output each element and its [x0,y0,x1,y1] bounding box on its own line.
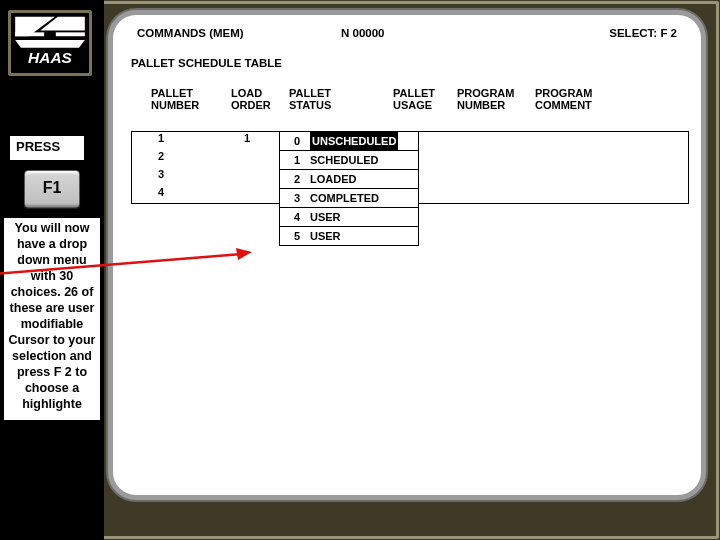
svg-marker-5 [15,40,85,48]
dropdown-item-index: 3 [294,189,300,207]
cell-pallet: 4 [158,186,164,198]
sidebar: HAAS PRESS F1 You will now have a drop d… [0,0,104,540]
slide-canvas: HAAS PRESS F1 You will now have a drop d… [0,0,720,540]
svg-rect-4 [56,32,85,36]
press-label: PRESS [10,136,84,160]
dropdown-item-index: 1 [294,151,300,169]
cell-pallet: 3 [158,168,164,180]
cnc-screen-panel: COMMANDS (MEM) N 00000 SELECT: F 2 PALLE… [108,10,706,500]
status-dropdown[interactable]: 0 UNSCHEDULED 1 SCHEDULED 2 LOADED 3 COM… [279,131,419,246]
dropdown-item-label: COMPLETED [310,189,379,207]
dropdown-item-label: SCHEDULED [310,151,378,169]
program-number: N 00000 [341,27,384,39]
dropdown-item-index: 5 [294,227,300,245]
dropdown-item[interactable]: 5 USER [280,226,418,245]
f1-key[interactable]: F1 [24,170,80,208]
haas-logo: HAAS [8,10,92,76]
pallet-table: PALLETNUMBER LOADORDER PALLETSTATUS PALL… [131,87,683,115]
col-pallet-status: PALLETSTATUS [289,87,349,111]
dropdown-item-label: USER [310,227,341,245]
dropdown-item[interactable]: 2 LOADED [280,169,418,188]
dropdown-item-label: LOADED [310,170,356,188]
cell-pallet: 1 [158,132,164,144]
screen-title: PALLET SCHEDULE TABLE [131,57,683,69]
dropdown-item[interactable]: 3 COMPLETED [280,188,418,207]
instruction-text: You will now have a drop down menu with … [4,218,100,420]
col-pallet-usage: PALLETUSAGE [393,87,449,111]
screen-header: COMMANDS (MEM) N 00000 SELECT: F 2 [131,27,683,47]
col-pallet-number: PALLETNUMBER [151,87,211,111]
col-program-number: PROGRAMNUMBER [457,87,527,111]
dropdown-item[interactable]: 0 UNSCHEDULED [280,132,418,150]
select-hint: SELECT: F 2 [609,27,677,39]
svg-text:HAAS: HAAS [28,49,73,66]
dropdown-item[interactable]: 4 USER [280,207,418,226]
svg-rect-3 [15,32,44,36]
col-load-order: LOADORDER [231,87,281,111]
dropdown-item-label: UNSCHEDULED [310,132,398,150]
dropdown-item-index: 2 [294,170,300,188]
cell-load-order: 1 [244,132,250,144]
col-program-comment: PROGRAMCOMMENT [535,87,605,111]
dropdown-item-label: USER [310,208,341,226]
cell-pallet: 2 [158,150,164,162]
dropdown-item-index: 4 [294,208,300,226]
commands-label: COMMANDS (MEM) [137,27,244,39]
dropdown-item[interactable]: 1 SCHEDULED [280,150,418,169]
dropdown-item-index: 0 [294,132,300,150]
